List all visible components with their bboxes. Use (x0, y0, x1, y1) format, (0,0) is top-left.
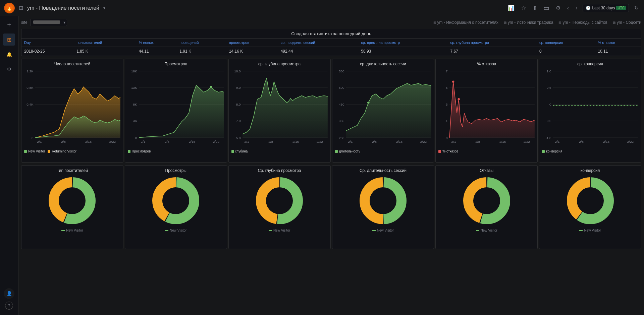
link-site-transitions[interactable]: ⊞ ym - Переходы с сайтов (558, 20, 607, 25)
svg-text:1: 1 (446, 119, 448, 123)
time-range-picker[interactable]: 🕐 Last 30 days UTC (583, 4, 629, 12)
legend-pageviews: Просмотров (128, 149, 151, 153)
svg-text:7.0: 7.0 (236, 119, 240, 123)
col-avg-view-time: ср. время на просмотр (358, 39, 447, 47)
site-dropdown[interactable]: ▾ (30, 19, 67, 26)
sidebar-avatar[interactable]: 👤 (4, 288, 14, 299)
svg-text:2/15: 2/15 (85, 140, 92, 144)
legend-new-label: New Visitor (28, 149, 45, 153)
apps-icon[interactable]: ⊞ (19, 5, 23, 11)
sidebar-help[interactable]: ? (5, 302, 13, 310)
legend-returning-label: Returning Visitor (52, 149, 76, 153)
svg-text:2/8: 2/8 (372, 140, 377, 144)
legend-line-duration (372, 230, 376, 231)
nav-next-icon[interactable]: › (574, 4, 579, 12)
donut-visitor-type-legend: New Visitor (61, 229, 83, 232)
legend-line-pageviews (165, 230, 168, 231)
chart-visitors: Число посетителей (21, 59, 123, 163)
donut-pageviews-legend: New Visitor (165, 229, 186, 232)
col-pct-bounce: % отказов (595, 39, 641, 47)
svg-text:2/15: 2/15 (499, 140, 506, 144)
legend-pageviews-label: Просмотров (132, 149, 151, 153)
donut-visitor-type: Тип посетителей New Visitor (21, 165, 123, 249)
donut-avg-duration-chart (358, 176, 408, 226)
chart-depth-legend: глубина (231, 148, 328, 153)
col-views: просмотров (226, 39, 278, 47)
svg-text:1.0: 1.0 (547, 69, 551, 73)
chart-conversion-area: 1.0 0.5 0 -0.5 -1.0 2/1 2/8 2/15 2/22 (542, 68, 638, 148)
svg-text:2/15: 2/15 (292, 140, 299, 144)
legend-new-visitor: New Visitor (24, 149, 45, 153)
col-avg-depth: ср. глубина просмотра (447, 39, 537, 47)
sidebar-settings[interactable]: ⚙ (3, 63, 15, 75)
cell-users: 1.85 K (74, 47, 136, 56)
chart-visitors-legend: New Visitor Returning Visitor (24, 148, 120, 153)
donut-charts-grid: Тип посетителей New Visitor (21, 165, 641, 249)
legend-depth-label: глубина (235, 149, 248, 153)
svg-text:2/22: 2/22 (109, 140, 116, 144)
legend-line-depth (269, 230, 272, 231)
legend-dot-duration (335, 150, 338, 153)
donut-avg-depth-legend: New Visitor (269, 229, 290, 232)
title-dropdown-icon[interactable]: ▾ (103, 6, 105, 10)
sidebar-alerts[interactable]: 🔔 (3, 48, 15, 60)
refresh-icon[interactable]: ↻ (633, 3, 640, 12)
bar-chart-icon[interactable]: 📊 (506, 3, 516, 12)
settings-icon[interactable]: ⚙ (554, 3, 562, 12)
grid-icon-4: ⊞ (613, 21, 615, 24)
cell-avg-session: 492.44 (278, 47, 359, 56)
svg-text:7: 7 (446, 69, 448, 73)
donut-conversion-legend: New Visitor (579, 229, 601, 232)
cell-views: 14.16 K (226, 47, 278, 56)
svg-text:2/1: 2/1 (37, 140, 42, 144)
legend-dot-bounce (438, 150, 441, 153)
donut-avg-duration-title: Ср. длительность сессий (360, 168, 407, 173)
chart-depth: ср. глубина просмотра 10.0 9.0 (228, 59, 331, 163)
top-navbar: 🔥 ⊞ ym - Поведение посетителей ▾ 📊 ☆ ⬆ 🗃… (0, 0, 644, 16)
summary-table-container: Сводная статистика за последний день Day… (21, 29, 641, 56)
donut-pageviews-chart (151, 176, 201, 226)
folder-icon[interactable]: 🗃 (542, 4, 550, 12)
sidebar-dashboard[interactable]: ⊞ (3, 34, 15, 46)
donut-visitor-type-title: Тип посетителей (57, 168, 88, 173)
svg-point-26 (210, 86, 212, 88)
svg-text:3K: 3K (133, 119, 137, 123)
col-pct-new: % новых (136, 39, 177, 47)
legend-dot-conversion (542, 150, 545, 153)
donut-pageviews-title: Просмотры (165, 168, 186, 173)
donut-visitor-type-chart (47, 176, 97, 226)
donut-avg-depth-legend-label: New Visitor (273, 229, 290, 232)
line-charts-grid: Число посетителей (21, 59, 641, 163)
svg-text:2/1: 2/1 (555, 140, 560, 144)
navbar-left: 🔥 ⊞ ym - Поведение посетителей ▾ (4, 3, 105, 13)
svg-text:2/8: 2/8 (61, 140, 66, 144)
sidebar-add[interactable]: + (3, 19, 15, 31)
legend-dot-returning (48, 150, 50, 153)
legend-returning-visitor: Returning Visitor (48, 149, 76, 153)
link-traffic-sources-label: ym - Источники трафика (508, 20, 553, 25)
share-icon[interactable]: ⬆ (531, 3, 538, 12)
donut-bounce-legend: New Visitor (476, 229, 497, 232)
grafana-logo[interactable]: 🔥 (4, 3, 15, 13)
donut-conversion-title: конверсия (581, 168, 600, 173)
navbar-right: 📊 ☆ ⬆ 🗃 ⚙ ‹ › 🕐 Last 30 days UTC ↻ (506, 3, 640, 12)
legend-conversion: конверсия (542, 149, 562, 153)
chart-conversion-legend: конверсия (542, 148, 638, 153)
cell-pct-new: 44.11 (136, 47, 177, 56)
svg-marker-25 (139, 85, 224, 138)
svg-text:0.8K: 0.8K (26, 86, 34, 89)
chart-bounce-area: 7 5 3 1 0 2/1 2/8 2/15 2/22 (438, 68, 535, 148)
main-content: site ▾ ⊞ ym - Информация о посетителях ⊞… (18, 16, 644, 315)
legend-depth: глубина (231, 149, 248, 153)
chart-conversion-title: ср. конверсия (542, 62, 638, 66)
svg-text:2/15: 2/15 (603, 140, 609, 144)
svg-point-74 (458, 98, 460, 100)
link-traffic-sources[interactable]: ⊞ ym - Источники трафика (504, 20, 553, 25)
chart-bounce: % отказов 7 5 3 (435, 59, 538, 163)
nav-prev-icon[interactable]: ‹ (566, 4, 570, 12)
chart-duration: ср. длительность сессии 550 500 (332, 59, 434, 163)
star-icon[interactable]: ☆ (520, 3, 527, 12)
sub-navbar-right: ⊞ ym - Информация о посетителях ⊞ ym - И… (433, 20, 641, 25)
link-social[interactable]: ⊞ ym - Соцсети (613, 20, 641, 25)
link-visitor-info[interactable]: ⊞ ym - Информация о посетителях (433, 20, 498, 25)
